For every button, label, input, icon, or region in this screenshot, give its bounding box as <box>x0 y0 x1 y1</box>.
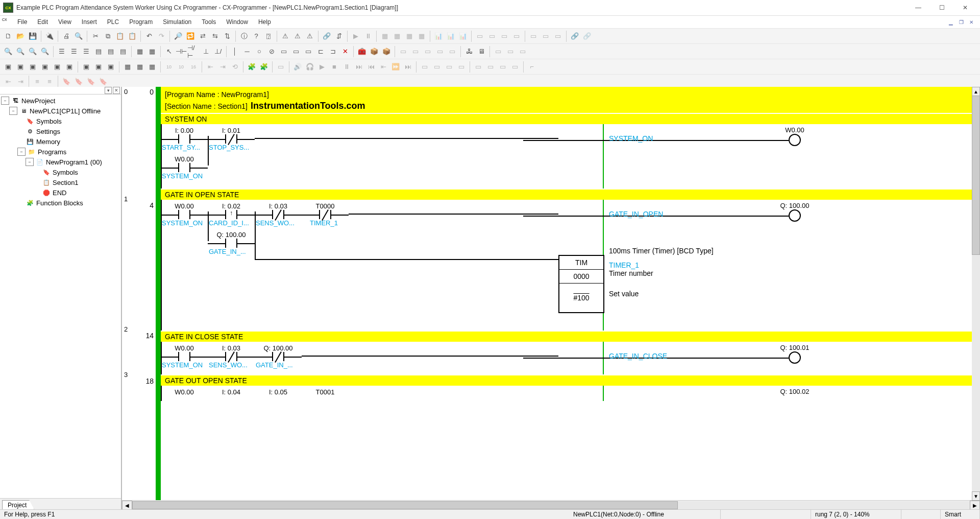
indent-r-icon[interactable]: ⇥ <box>14 75 27 87</box>
stepi-icon[interactable]: ⇤ <box>377 61 389 73</box>
coil-nc-icon[interactable]: ⊘ <box>265 45 278 58</box>
sim2-icon[interactable]: 🧩 <box>258 61 270 73</box>
view2-icon[interactable]: ☰ <box>68 45 80 58</box>
bm4-icon[interactable]: 🔖 <box>97 75 109 87</box>
paste-icon[interactable]: 📋 <box>114 30 126 42</box>
mem6-icon[interactable]: ▭ <box>540 30 552 42</box>
menu-window[interactable]: Window <box>221 17 253 27</box>
func-icon[interactable]: ▭ <box>278 45 290 58</box>
func4-icon[interactable]: ⊏ <box>314 45 327 58</box>
scroll-down-icon[interactable]: ▼ <box>972 491 980 501</box>
link2-icon[interactable]: 🔗 <box>581 30 593 42</box>
xref-icon[interactable]: ⇄ <box>197 30 209 42</box>
minimize-button[interactable]: — <box>906 0 930 15</box>
mon2-icon[interactable]: ▦ <box>391 30 403 42</box>
contact-nc-icon[interactable]: ⊣/⊢ <box>187 45 200 58</box>
trace2-icon[interactable]: 📊 <box>445 30 457 42</box>
tree-settings[interactable]: ⚙Settings <box>1 126 121 136</box>
trace3-icon[interactable]: 📊 <box>457 30 469 42</box>
wiz3-icon[interactable]: 📦 <box>380 45 393 58</box>
trace1-icon[interactable]: 📊 <box>432 30 445 42</box>
menu-help[interactable]: Help <box>253 17 276 27</box>
link1-icon[interactable]: 🔗 <box>569 30 581 42</box>
rung-3[interactable]: W0.00 I: 0.04 I: 0.05 T0001 Q: 100.02 <box>161 386 972 401</box>
help-icon[interactable]: ? <box>250 30 262 42</box>
ff-icon[interactable]: ⏩ <box>389 61 402 73</box>
xref2-icon[interactable]: ⇆ <box>209 30 221 42</box>
undo-icon[interactable]: ↶ <box>143 30 155 42</box>
al5-icon[interactable]: ▭ <box>472 61 484 73</box>
play1-icon[interactable]: 🔊 <box>291 61 304 73</box>
rung-2[interactable]: W0.00 I: 0.03 Q: 100.00 Q: 100.01 SYSTEM… <box>161 342 972 374</box>
net4-icon[interactable]: ▭ <box>504 45 517 58</box>
rung-1[interactable]: W0.00 I: 0.02 I: 0.03 T0000 Q: 100.00 SY… <box>161 200 972 331</box>
scroll-left-icon[interactable]: ◀ <box>122 501 132 510</box>
win8-icon[interactable]: ▣ <box>92 61 105 73</box>
dbg5-icon[interactable]: ▭ <box>446 45 458 58</box>
wiz1-icon[interactable]: 🧰 <box>356 45 368 58</box>
ladder-canvas[interactable]: 0 0 1 4 2 14 3 18 [Program Name : NewPro… <box>122 87 980 500</box>
d16-icon[interactable]: 16 <box>187 61 200 73</box>
dbg3-icon[interactable]: ▭ <box>422 45 434 58</box>
zoom-fit-icon[interactable]: 🔍 <box>27 45 39 58</box>
menu-insert[interactable]: Insert <box>77 17 102 27</box>
tree-prog-symbols[interactable]: 🔖Symbols <box>1 167 121 177</box>
view4-icon[interactable]: ▤ <box>92 45 105 58</box>
step-icon[interactable]: ⏭ <box>353 61 365 73</box>
tree-symbols[interactable]: 🔖Symbols <box>1 116 121 126</box>
plc-icon[interactable]: 🔌 <box>43 30 56 42</box>
mem3-icon[interactable]: ▭ <box>498 30 510 42</box>
mem4-icon[interactable]: ▭ <box>510 30 523 42</box>
warn3-icon[interactable]: ⚠ <box>304 30 316 42</box>
win4-icon[interactable]: ▣ <box>39 61 51 73</box>
al8-icon[interactable]: ▭ <box>509 61 521 73</box>
sim1-icon[interactable]: 🧩 <box>246 61 258 73</box>
bm2-icon[interactable]: 🔖 <box>72 75 85 87</box>
func3-icon[interactable]: ▭ <box>302 45 314 58</box>
dbg4-icon[interactable]: ▭ <box>434 45 446 58</box>
warn2-icon[interactable]: ⚠ <box>291 30 304 42</box>
menu-file[interactable]: File <box>12 17 32 27</box>
tree-section1[interactable]: 📋Section1 <box>1 177 121 187</box>
func2-icon[interactable]: ▭ <box>290 45 302 58</box>
play2-icon[interactable]: 🎧 <box>304 61 316 73</box>
bm1-icon[interactable]: 🔖 <box>60 75 72 87</box>
net1-icon[interactable]: 🖧 <box>463 45 475 58</box>
win2-icon[interactable]: ▣ <box>14 61 27 73</box>
view3-icon[interactable]: ☰ <box>80 45 92 58</box>
view8-icon[interactable]: ▦ <box>146 45 158 58</box>
zoom-out-icon[interactable]: 🔍 <box>2 45 14 58</box>
project-tree[interactable]: −🏗NewProject −🖥NewPLC1[CP1L] Offline 🔖Sy… <box>0 95 121 498</box>
preview-icon[interactable]: 🔍 <box>72 30 85 42</box>
win7-icon[interactable]: ▣ <box>80 61 92 73</box>
al3-icon[interactable]: ▭ <box>443 61 455 73</box>
v-scroll-thumb[interactable] <box>972 96 980 255</box>
coil-icon[interactable]: ○ <box>253 45 265 58</box>
scroll-up-icon[interactable]: ▲ <box>972 87 980 96</box>
net5-icon[interactable]: ▭ <box>517 45 529 58</box>
end-icon[interactable]: ⏭ <box>402 61 414 73</box>
zoom-100-icon[interactable]: 🔍 <box>39 45 51 58</box>
dbg1-icon[interactable]: ▭ <box>397 45 409 58</box>
mem1-icon[interactable]: ▭ <box>474 30 486 42</box>
h-scroll-thumb[interactable] <box>132 501 678 509</box>
mon3-icon[interactable]: ▦ <box>403 30 415 42</box>
al2-icon[interactable]: ▭ <box>431 61 443 73</box>
align1-icon[interactable]: ≡ <box>31 75 43 87</box>
stepb-icon[interactable]: ⏮ <box>365 61 377 73</box>
win6-icon[interactable]: ▣ <box>63 61 76 73</box>
whatsthis-icon[interactable]: ⍰ <box>262 30 275 42</box>
wiz2-icon[interactable]: 📦 <box>368 45 380 58</box>
pane-dropdown-icon[interactable]: ▾ <box>105 87 112 94</box>
win5-icon[interactable]: ▣ <box>51 61 63 73</box>
func5-icon[interactable]: ⊐ <box>327 45 339 58</box>
line-h-icon[interactable]: ─ <box>241 45 253 58</box>
al7-icon[interactable]: ▭ <box>497 61 509 73</box>
timer-block[interactable]: TIM 0000 #100 <box>558 255 604 313</box>
menu-plc[interactable]: PLC <box>102 17 124 27</box>
grid1-icon[interactable]: ▦ <box>121 61 134 73</box>
save-icon[interactable]: 💾 <box>27 30 39 42</box>
grid2-icon[interactable]: ▦ <box>134 61 146 73</box>
new-icon[interactable]: 🗋 <box>2 30 14 42</box>
close-button[interactable]: ✕ <box>953 0 977 15</box>
